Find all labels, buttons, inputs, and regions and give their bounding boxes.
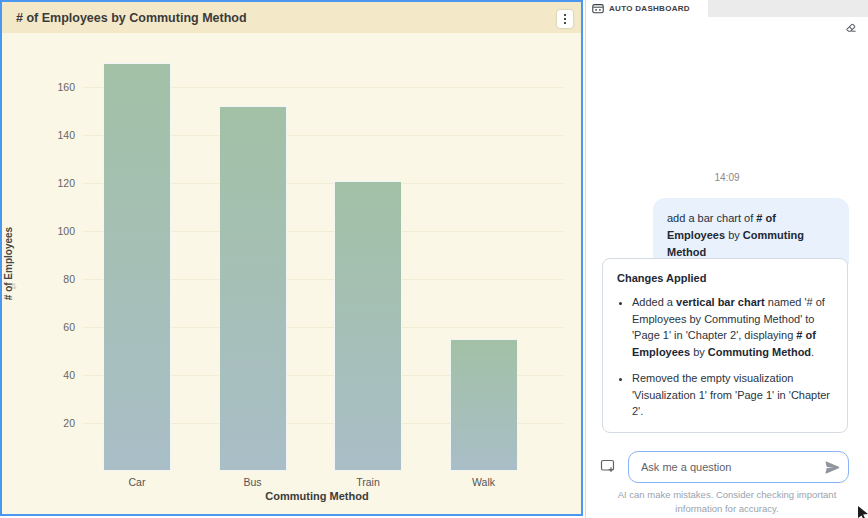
y-tick-label: 20 — [31, 417, 75, 429]
bar-bus[interactable] — [219, 106, 287, 471]
new-chat-icon[interactable] — [600, 458, 618, 476]
y-tick-label: 100 — [31, 225, 75, 237]
changes-list: Added a vertical bar chart named '# of E… — [617, 294, 833, 420]
changes-heading: Changes Applied — [617, 272, 833, 284]
x-axis-title: Commuting Method — [122, 490, 512, 502]
chat-panel: AUTO DASHBOARD 14:09 add a bar chart of … — [585, 0, 868, 518]
y-axis-title: # of Employees — [3, 214, 14, 314]
y-tick-label: 160 — [31, 81, 75, 93]
plot-area: # of Employees ⇅ Commuting Method 204060… — [2, 2, 581, 514]
eraser-icon[interactable] — [844, 20, 858, 34]
y-tick-label: 40 — [31, 369, 75, 381]
message-text: add a bar chart of — [667, 212, 756, 224]
axis-sort-icon[interactable]: ⇅ — [10, 282, 17, 291]
changes-item: Removed the empty visualization 'Visuali… — [632, 370, 833, 420]
question-input-wrap — [628, 451, 849, 483]
tab-label: AUTO DASHBOARD — [609, 4, 690, 13]
x-tick-label: Car — [92, 476, 182, 488]
x-tick-label: Bus — [208, 476, 298, 488]
y-tick-label: 140 — [31, 129, 75, 141]
robot-icon — [592, 3, 604, 14]
question-input[interactable] — [629, 461, 820, 473]
mouse-cursor — [857, 506, 868, 518]
changes-item: Added a vertical bar chart named '# of E… — [632, 294, 833, 360]
x-tick-label: Train — [323, 476, 413, 488]
y-tick-label: 120 — [31, 177, 75, 189]
bar-car[interactable] — [103, 63, 171, 471]
tab-strip: AUTO DASHBOARD — [586, 0, 868, 17]
composer-row — [586, 449, 868, 485]
x-tick-label: Walk — [439, 476, 529, 488]
y-tick-label: 60 — [31, 321, 75, 333]
tab-auto-dashboard[interactable]: AUTO DASHBOARD — [586, 0, 708, 17]
app-window: # of Employees by Commuting Method # of … — [0, 0, 868, 518]
changes-applied-card: Changes Applied Added a vertical bar cha… — [602, 258, 848, 433]
chart-panel[interactable]: # of Employees by Commuting Method # of … — [0, 0, 583, 516]
send-icon[interactable] — [820, 455, 844, 479]
message-timestamp: 14:09 — [586, 172, 868, 183]
message-text: by — [725, 229, 743, 241]
ai-disclaimer: AI can make mistakes. Consider checking … — [594, 488, 860, 516]
y-tick-label: 80 — [31, 273, 75, 285]
bar-walk[interactable] — [450, 339, 518, 471]
bar-train[interactable] — [334, 181, 402, 471]
